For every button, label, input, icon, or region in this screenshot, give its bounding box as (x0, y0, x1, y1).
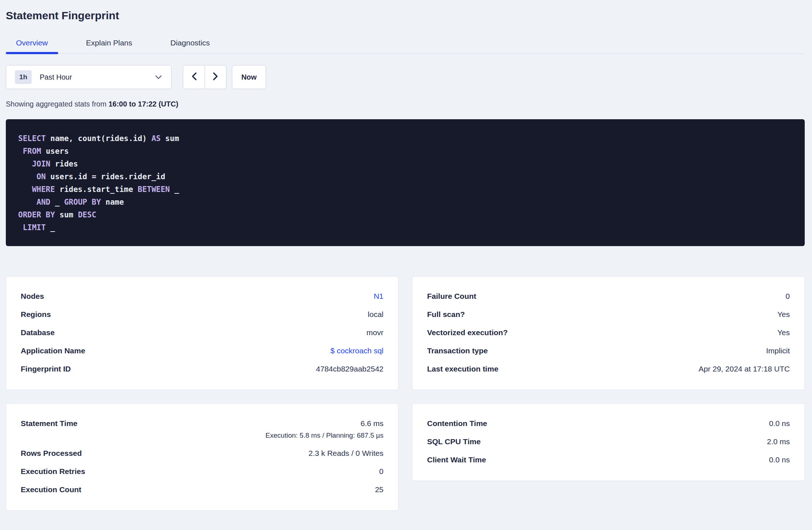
info-row: Failure Count0 (427, 287, 790, 305)
info-label: Vectorized execution? (427, 328, 508, 337)
page-title: Statement Fingerprint (6, 9, 805, 22)
chevron-right-icon (213, 72, 218, 82)
info-label: Transaction type (427, 346, 488, 355)
info-row: SQL CPU Time2.0 ms (427, 433, 790, 451)
info-row: Databasemovr (21, 324, 383, 342)
info-value-wrap: N1 (374, 292, 383, 301)
info-value-wrap: 6.6 msExecution: 5.8 ms / Planning: 687.… (265, 419, 383, 439)
info-row: Vectorized execution?Yes (427, 324, 790, 342)
info-label: Execution Count (21, 485, 81, 494)
execution-attributes-card: Failure Count0Full scan?YesVectorized ex… (412, 276, 805, 390)
sql-text: _ (51, 198, 64, 206)
sql-keyword: DESC (78, 210, 96, 219)
sql-keyword: LIMIT (23, 223, 46, 232)
wait-timings-card: Contention Time0.0 nsSQL CPU Time2.0 msC… (412, 403, 805, 481)
sql-text (18, 223, 23, 232)
sql-keyword: AS (152, 134, 161, 143)
sql-text (18, 198, 37, 206)
sql-text: name, count(rides.id) (46, 134, 152, 143)
info-row: Last execution timeApr 29, 2024 at 17:18… (427, 360, 790, 378)
summary-time-range: 16:00 to 17:22 (UTC) (108, 100, 178, 108)
info-label: Contention Time (427, 419, 487, 428)
info-value: 6.6 ms (361, 419, 383, 428)
time-range-picker[interactable]: 1h Past Hour (6, 65, 172, 89)
summary-prefix: Showing aggregated stats from (6, 100, 108, 108)
info-value-wrap: Implicit (766, 346, 790, 355)
info-value: 0.0 ns (769, 419, 790, 428)
tab-label: Diagnostics (170, 39, 210, 47)
sql-text: rides (51, 160, 78, 168)
info-value-wrap: Apr 29, 2024 at 17:18 UTC (699, 365, 790, 373)
info-value: Implicit (766, 346, 790, 355)
aggregated-stats-summary: Showing aggregated stats from 16:00 to 1… (6, 100, 805, 108)
tab-overview[interactable]: Overview (6, 33, 58, 53)
sql-keyword: ORDER BY (18, 210, 55, 219)
sql-keyword: BETWEEN (138, 185, 170, 194)
info-label: Fingerprint ID (21, 365, 71, 373)
sql-text (18, 185, 32, 194)
sql-text: sum (55, 210, 78, 219)
info-label: Statement Time (21, 419, 77, 428)
info-value-wrap: Yes (777, 328, 790, 337)
info-value-link[interactable]: N1 (374, 292, 383, 301)
info-label: Last execution time (427, 365, 498, 373)
info-row: Regionslocal (21, 305, 383, 324)
sql-keyword: ON (37, 172, 46, 181)
info-value-link[interactable]: $ cockroach sql (330, 346, 383, 355)
info-label: Nodes (21, 292, 44, 301)
chevron-down-icon (155, 75, 162, 79)
next-time-button[interactable] (205, 65, 226, 89)
selected-range-label: Past Hour (40, 73, 72, 81)
info-value-wrap: 0.0 ns (769, 419, 790, 428)
info-value-wrap: Yes (777, 310, 790, 319)
info-row: NodesN1 (21, 287, 383, 305)
sql-text: rides.start_time (55, 185, 138, 194)
info-value-wrap: 2.3 k Reads / 0 Writes (309, 449, 383, 458)
sql-text (18, 147, 23, 156)
info-value: Yes (777, 328, 790, 337)
info-value-wrap: 2.0 ms (767, 437, 790, 446)
info-row: Full scan?Yes (427, 305, 790, 324)
info-label: Failure Count (427, 292, 476, 301)
info-label: SQL CPU Time (427, 437, 481, 446)
tab-bar: OverviewExplain PlansDiagnostics (6, 33, 805, 54)
sql-keyword: WHERE (32, 185, 55, 194)
sql-line: ORDER BY sum DESC (18, 209, 792, 221)
sql-text: _ (170, 185, 179, 194)
info-value-wrap: 0.0 ns (769, 455, 790, 464)
info-row: Execution Retries0 (21, 462, 383, 481)
sql-text: sum (161, 134, 179, 143)
info-value: 0 (379, 467, 383, 476)
info-value: 0 (785, 292, 790, 301)
info-value: Yes (777, 310, 790, 319)
sql-keyword: JOIN (32, 160, 51, 168)
sql-line: LIMIT _ (18, 221, 792, 234)
sql-line: SELECT name, count(rides.id) AS sum (18, 132, 792, 145)
info-row: Fingerprint ID4784cb829aab2542 (21, 360, 383, 378)
sql-line: WHERE rides.start_time BETWEEN _ (18, 183, 792, 196)
sql-text: _ (46, 223, 55, 232)
statement-details-card: NodesN1RegionslocalDatabasemovrApplicati… (6, 276, 398, 390)
sql-text: name (101, 198, 124, 206)
info-value: 2.3 k Reads / 0 Writes (309, 449, 383, 458)
sql-line: FROM users (18, 145, 792, 158)
tab-explain-plans[interactable]: Explain Plans (76, 33, 142, 53)
tab-label: Explain Plans (86, 39, 132, 47)
info-label: Rows Processed (21, 449, 82, 458)
chevron-left-icon (191, 72, 197, 82)
time-controls: 1h Past Hour Now (6, 65, 805, 89)
sql-text: users.id = rides.rider_id (46, 172, 165, 181)
info-value-wrap: 4784cb829aab2542 (316, 365, 383, 373)
sql-line: AND _ GROUP BY name (18, 196, 792, 209)
statement-fingerprint-page: Statement Fingerprint OverviewExplain Pl… (0, 9, 812, 511)
info-value-wrap: local (368, 310, 383, 319)
sql-line: ON users.id = rides.rider_id (18, 170, 792, 183)
tab-diagnostics[interactable]: Diagnostics (160, 33, 220, 53)
info-label: Database (21, 328, 55, 337)
prev-time-button[interactable] (183, 65, 205, 89)
now-button[interactable]: Now (232, 65, 266, 89)
info-label: Application Name (21, 346, 85, 355)
interval-badge: 1h (15, 70, 32, 84)
info-label: Client Wait Time (427, 455, 486, 464)
info-value: local (368, 310, 383, 319)
